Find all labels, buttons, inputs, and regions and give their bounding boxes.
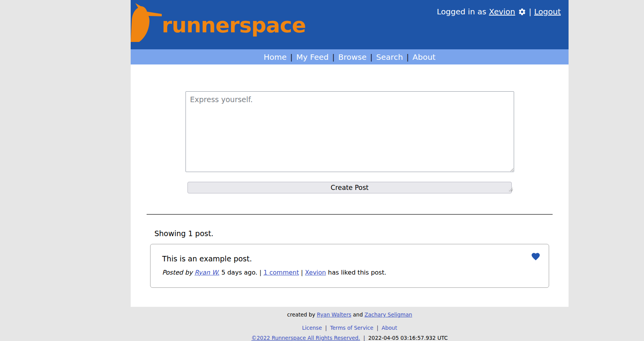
post-author-link[interactable]: Ryan W.	[194, 269, 219, 276]
main-nav: Home | My Feed | Browse | Search | About	[131, 49, 569, 64]
footer-link-about[interactable]: About	[382, 325, 397, 331]
nav-item-about[interactable]: About	[413, 52, 436, 62]
credit-author-1-link[interactable]: Ryan Walters	[317, 311, 351, 318]
footer-separator: |	[376, 325, 378, 331]
like-button[interactable]	[530, 252, 541, 261]
user-bar: Logged in as Xevion | Logout	[437, 7, 561, 16]
nav-item-browse[interactable]: Browse	[338, 52, 367, 62]
nav-item-search[interactable]: Search	[376, 52, 403, 62]
footer-timestamp: 2022-04-05 03:16:57.932 UTC	[368, 335, 448, 341]
post-liker-link[interactable]: Xevion	[305, 269, 326, 276]
nav-separator: |	[290, 52, 293, 62]
nav-item-home[interactable]: Home	[264, 52, 287, 62]
feed-divider	[147, 214, 553, 215]
heart-icon	[530, 252, 541, 261]
roadrunner-bird-icon	[131, 3, 162, 42]
footer-link-terms[interactable]: Terms of Service	[330, 325, 373, 331]
logout-link[interactable]: Logout	[534, 7, 561, 16]
nav-item-my-feed[interactable]: My Feed	[296, 52, 329, 62]
posted-by-label: Posted by	[162, 269, 192, 276]
logged-in-label: Logged in as	[437, 7, 486, 16]
post-age: 5 days ago.	[221, 269, 257, 276]
post-composer: Create Post	[186, 91, 514, 193]
feed-section: Showing 1 post. This is an example post.…	[147, 214, 553, 288]
footer-separator: |	[325, 325, 327, 331]
post-comments-link[interactable]: 1 comment	[263, 269, 299, 276]
main-content: Create Post Showing 1 post. This is an e…	[131, 64, 569, 307]
footer-copyright: ©2022 Runnerspace All Rights Reserved. |…	[131, 335, 569, 341]
brand-title: runnerspace	[162, 3, 306, 36]
nav-separator: |	[332, 52, 335, 62]
footer-credits: created by Ryan Walters and Zachary Seli…	[131, 307, 569, 318]
gear-icon	[518, 8, 526, 16]
settings-link[interactable]	[518, 8, 526, 16]
post-meta: Posted by Ryan W. 5 days ago. | 1 commen…	[162, 269, 537, 276]
page-container: runnerspace Logged in as Xevion | Logout…	[131, 0, 569, 340]
meta-separator: |	[301, 269, 303, 276]
credit-author-2-link[interactable]: Zachary Seligman	[364, 311, 412, 318]
post-input[interactable]	[186, 91, 514, 172]
post-title: This is an example post.	[162, 254, 537, 263]
nav-separator: |	[370, 52, 373, 62]
brand-logo-link[interactable]: runnerspace	[131, 3, 306, 42]
user-bar-separator: |	[529, 7, 532, 16]
credits-conjunction: and	[353, 311, 363, 318]
post-liked-text: has liked this post.	[328, 269, 386, 276]
site-footer: created by Ryan Walters and Zachary Seli…	[131, 307, 569, 340]
footer-separator: |	[363, 335, 365, 341]
credits-prefix: created by	[287, 311, 315, 318]
post-card: This is an example post. Posted by Ryan …	[150, 244, 549, 288]
feed-summary: Showing 1 post.	[154, 229, 553, 238]
create-post-button[interactable]: Create Post	[187, 182, 512, 193]
meta-separator: |	[259, 269, 261, 276]
copyright-link[interactable]: ©2022 Runnerspace All Rights Reserved.	[251, 335, 360, 341]
username-link[interactable]: Xevion	[489, 7, 515, 16]
footer-link-license[interactable]: License	[302, 325, 322, 331]
site-header: runnerspace Logged in as Xevion | Logout	[131, 0, 569, 49]
footer-links: License | Terms of Service | About	[131, 325, 569, 331]
nav-separator: |	[406, 52, 409, 62]
